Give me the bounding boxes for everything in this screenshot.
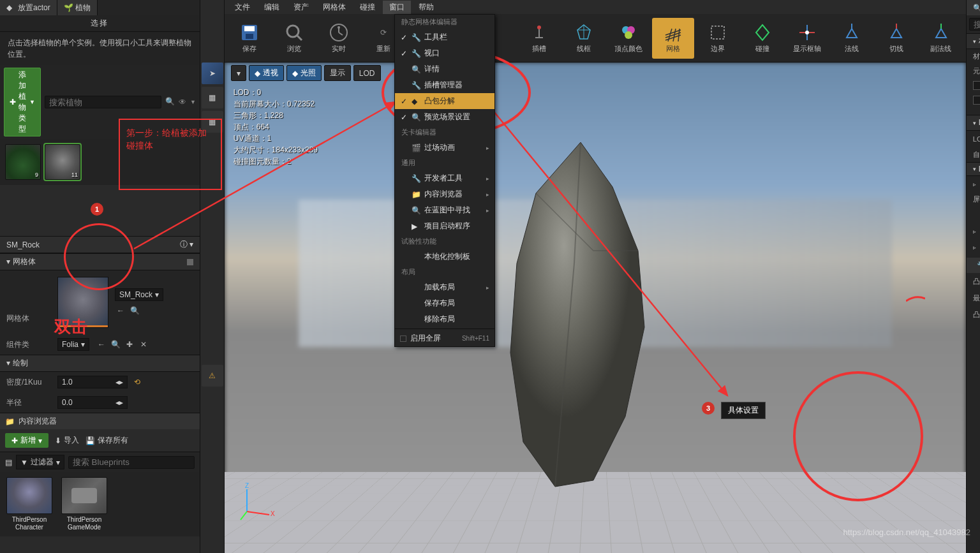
draw-section-header[interactable]: ▾绘制 xyxy=(0,355,200,372)
cb-item-character[interactable]: ThirdPerson Character xyxy=(5,477,54,531)
details-search-input[interactable] xyxy=(969,18,980,31)
svg-marker-29 xyxy=(847,29,857,38)
asset-name-header[interactable]: SM_Rock ⓘ ▾ xyxy=(0,236,200,253)
radius-input[interactable]: 0.0◂▸ xyxy=(57,396,128,409)
menu-label: 移除布局 xyxy=(424,314,455,325)
tb-tangents[interactable]: 切线 xyxy=(875,18,917,59)
menu-cinematic[interactable]: 🎬过场动画▸ xyxy=(395,140,494,156)
asset-name: SM_Rock xyxy=(6,240,40,249)
menu-dev-tools[interactable]: 🔧开发者工具▸ xyxy=(395,170,494,186)
find-icon[interactable]: 🔍 xyxy=(110,339,121,350)
viewport[interactable]: ZX xyxy=(225,63,966,553)
list-icon[interactable]: ▤ xyxy=(5,458,12,467)
menu-asset[interactable]: 资产 xyxy=(287,1,315,14)
menu-fullscreen[interactable]: 启用全屏Shift+F11 xyxy=(395,330,494,346)
add-icon[interactable]: ✚ xyxy=(124,339,135,350)
tb-save[interactable]: 保存 xyxy=(228,18,271,59)
menu-preview-settings[interactable]: ✓🔍预览场景设置 xyxy=(395,109,494,125)
component-dropdown[interactable]: Folia▾ xyxy=(57,338,89,351)
back-icon[interactable]: ← xyxy=(96,339,107,350)
cb-search-input[interactable] xyxy=(68,456,195,469)
sections-row[interactable]: ▹分段 xyxy=(967,176,980,192)
tb-realtime[interactable]: 实时 xyxy=(318,18,360,59)
save-all-button[interactable]: 💾保存所有 xyxy=(85,435,128,446)
menu-convex-decomposition[interactable]: ✓◆凸包分解 xyxy=(395,93,494,109)
thumb-rock[interactable]: 11 xyxy=(45,144,80,180)
cb-item-gamemode[interactable]: ThirdPerson GameMode xyxy=(60,477,108,531)
cat-lod-picker[interactable]: ▾LOD选取器 xyxy=(967,115,980,131)
warn-icon[interactable]: ⚠ xyxy=(202,365,223,387)
search-foliage-input[interactable] xyxy=(45,96,161,108)
tb-sockets[interactable]: 插槽 xyxy=(518,18,560,59)
tab-foliage[interactable]: 🌱植物 xyxy=(57,0,98,15)
highlight-checkbox[interactable] xyxy=(973,81,980,90)
menu-window[interactable]: 窗口 xyxy=(383,1,411,14)
info-icon[interactable]: ⓘ ▾ xyxy=(180,239,193,250)
menu-file[interactable]: 文件 xyxy=(228,1,256,14)
tb-label: 重新 xyxy=(376,44,390,54)
menu-remove-layout[interactable]: 移除布局 xyxy=(395,311,494,327)
cat-material-slots[interactable]: ▾材质插槽 xyxy=(967,33,980,49)
menu-toolbar[interactable]: ✓🔧工具栏 xyxy=(395,29,494,45)
reset-icon[interactable]: ⟲ xyxy=(134,378,140,387)
mid-tool-strip: ➤ ▦ ▦ ⚠ xyxy=(200,0,225,553)
menu-details[interactable]: 🔍详情 xyxy=(395,61,494,77)
reduction-settings-row[interactable]: ▹简化设置 xyxy=(967,239,980,255)
filter-dropdown[interactable]: ▼过滤器▾ xyxy=(16,455,64,469)
vp-perspective-button[interactable]: ◆透视 xyxy=(249,65,284,81)
back-icon[interactable]: ← xyxy=(115,305,126,316)
tb-browse[interactable]: 浏览 xyxy=(273,18,315,59)
thumb-grass[interactable]: 9 xyxy=(5,144,41,180)
menu-save-layout[interactable]: 保存布局 xyxy=(395,295,494,311)
tool-group1[interactable]: ▦ xyxy=(202,87,223,108)
menu-content-browser[interactable]: 📁内容浏览器▸ xyxy=(395,186,494,202)
svg-marker-31 xyxy=(891,29,902,38)
mesh-dropdown[interactable]: SM_Rock▾ xyxy=(115,288,163,301)
menu-viewport[interactable]: ✓🔧视口 xyxy=(395,45,494,61)
menu-find-blueprints[interactable]: 🔍在蓝图中寻找▸ xyxy=(395,202,494,218)
eye-icon[interactable]: 👁 xyxy=(179,98,186,107)
cat-lod0[interactable]: ▾LOD 0 xyxy=(967,162,980,176)
density-input[interactable]: 1.0◂▸ xyxy=(57,376,128,388)
tb-label: 副法线 xyxy=(930,44,951,54)
menu-socket-manager[interactable]: 🔧插槽管理器 xyxy=(395,77,494,93)
menu-project-launcher[interactable]: ▶项目启动程序 xyxy=(395,218,494,234)
cb-toolbar: ✚新增▾ ⬇导入 💾保存所有 xyxy=(0,429,200,452)
tb-vertex-color[interactable]: 顶点颜色 xyxy=(607,18,650,59)
clear-icon[interactable]: ✕ xyxy=(138,339,149,350)
menu-collision[interactable]: 碰撞 xyxy=(353,1,382,14)
svg-line-8 xyxy=(339,33,343,35)
tb-wireframe[interactable]: 线框 xyxy=(563,18,605,59)
vp-lod-button[interactable]: LOD xyxy=(353,65,381,81)
tb-bounds[interactable]: 边界 xyxy=(697,18,739,59)
tab-place-actor[interactable]: ◆放置actor xyxy=(0,0,57,15)
menu-localization[interactable]: 本地化控制板 xyxy=(395,249,494,265)
menu-help[interactable]: 帮助 xyxy=(412,1,440,14)
menu-label: 凸包分解 xyxy=(424,96,455,107)
add-new-button[interactable]: ✚新增▾ xyxy=(5,433,48,448)
menu-label: 详情 xyxy=(424,64,440,75)
tab-socket-manager[interactable]: 🔧插槽管理器 xyxy=(967,258,980,273)
vp-lit-button[interactable]: ◆光照 xyxy=(286,65,322,81)
tab-preview-settings[interactable]: 🔍预览场景设置 xyxy=(967,0,980,15)
isolate-checkbox[interactable] xyxy=(973,96,980,105)
tb-normals[interactable]: 法线 xyxy=(831,18,873,59)
menu-mesh[interactable]: 网格体 xyxy=(316,1,352,14)
import-button[interactable]: ⬇导入 xyxy=(55,435,79,446)
tb-collision[interactable]: 碰撞 xyxy=(741,18,783,59)
vp-show-button[interactable]: 显示 xyxy=(324,65,351,81)
tool-group2[interactable]: ▦ xyxy=(202,111,223,133)
tb-grid[interactable]: 网格 xyxy=(652,18,694,59)
stat-line: 当前屏幕大小：0.72352 xyxy=(234,98,318,110)
vp-menu-button[interactable]: ▾ xyxy=(231,65,246,81)
add-foliage-type-button[interactable]: ✚添加植物类型▼ xyxy=(4,68,41,136)
menu-load-layout[interactable]: 加载布局▸ xyxy=(395,279,494,295)
find-icon[interactable]: 🔍 xyxy=(129,305,140,316)
tb-pivot[interactable]: 显示枢轴 xyxy=(786,18,828,59)
tb-binormals[interactable]: 副法线 xyxy=(920,18,962,59)
mesh-section-header[interactable]: ▾网格体 xyxy=(0,253,200,270)
tool-select[interactable]: ➤ xyxy=(202,63,223,84)
material-slot-row: 材质插槽 1 Material Slots xyxy=(967,49,980,64)
build-settings-row[interactable]: ▹编译设置 xyxy=(967,223,980,239)
menu-edit[interactable]: 编辑 xyxy=(258,1,286,14)
